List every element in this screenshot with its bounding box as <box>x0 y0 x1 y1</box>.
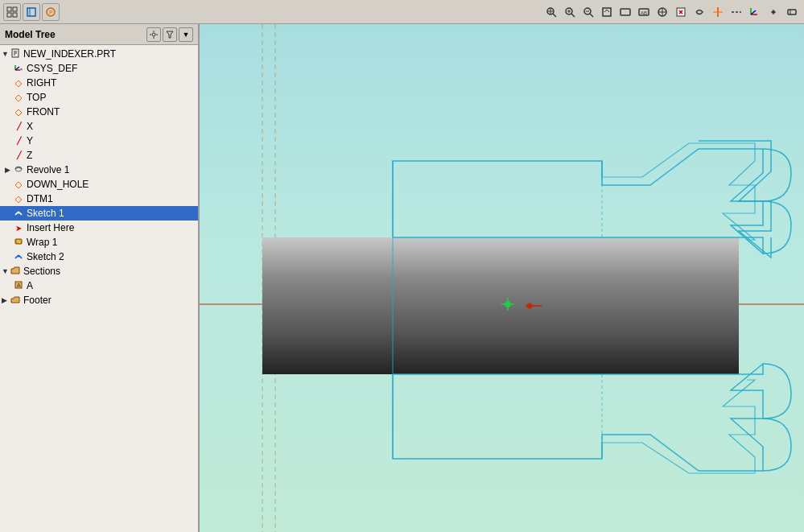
tree-item-wrap1[interactable]: W Wrap 1 <box>0 235 198 250</box>
tree-item-sections[interactable]: ▼ Sections <box>0 264 198 278</box>
tree-label-footer: Footer <box>23 295 52 306</box>
datum-display-button[interactable] <box>709 3 727 21</box>
tree-label-front: FRONT <box>27 106 60 118</box>
svg-point-56 <box>18 255 20 258</box>
tree-arrow: ▼ <box>2 50 10 58</box>
svg-rect-4 <box>27 8 35 16</box>
zoom-out-button[interactable] <box>579 3 597 21</box>
right-toolbar: AB <box>539 0 804 24</box>
tree-label-wrap1: Wrap 1 <box>27 237 57 248</box>
tags-button[interactable] <box>783 3 801 21</box>
axis-y-icon: ╱ <box>13 137 24 145</box>
tree-label-inserthere: Insert Here <box>27 222 74 233</box>
wrap-icon: W <box>13 237 24 248</box>
svg-text:AB: AB <box>641 10 647 15</box>
svg-text:W: W <box>17 239 21 244</box>
tree-item-csys[interactable]: × CSYS_DEF <box>0 61 198 76</box>
grid-button[interactable] <box>3 3 21 21</box>
tree-label-csys: CSYS_DEF <box>27 63 77 74</box>
tree-item-inserthere[interactable]: ➤ Insert Here <box>0 221 198 235</box>
tree-settings-button[interactable] <box>146 27 161 42</box>
datum-icon <box>13 179 24 190</box>
tree-item-sketch2[interactable]: Sketch 2 <box>0 250 198 264</box>
svg-text:A: A <box>17 282 21 288</box>
svg-rect-1 <box>13 7 17 11</box>
sketch-toolbar-button[interactable] <box>23 3 40 21</box>
svg-line-17 <box>590 14 593 17</box>
tree-item-x[interactable]: ╱ X <box>0 119 198 134</box>
datum-plane-icon <box>13 77 24 89</box>
datum-plane-icon <box>13 92 24 103</box>
tree-item-dtm1[interactable]: DTM1 <box>0 192 198 206</box>
model-tree-title: Model Tree <box>5 29 56 40</box>
svg-text:P: P <box>49 10 53 15</box>
tree-item-top[interactable]: TOP <box>0 90 198 105</box>
svg-rect-2 <box>7 13 11 17</box>
tree-expand-button[interactable]: ▼ <box>179 27 193 42</box>
tree-label-z: Z <box>27 150 32 161</box>
refit-button[interactable] <box>654 3 671 21</box>
axis-x-icon: ╱ <box>13 122 24 130</box>
datum-plane-icon <box>13 106 24 118</box>
svg-text:×: × <box>20 67 23 72</box>
axis-z-icon: ╱ <box>13 151 24 159</box>
tree-arrow: ▶ <box>2 296 10 304</box>
revolve-icon <box>13 164 24 175</box>
tree-item-front[interactable]: FRONT <box>0 105 198 119</box>
tree-label-revolve: Revolve 1 <box>27 164 69 175</box>
tree-item-right[interactable]: RIGHT <box>0 76 198 90</box>
insert-here-icon: ➤ <box>13 224 24 233</box>
tree-content: ▼ NEW_INDEXER.PRT × CSYS_DEF <box>0 45 198 532</box>
top-toolbar: P AB <box>0 0 804 24</box>
cad-viewport-svg <box>200 24 804 532</box>
tree-arrow: ▶ <box>5 166 13 174</box>
point-display-button[interactable] <box>765 3 782 21</box>
sketch2-icon <box>13 251 24 262</box>
svg-point-38 <box>152 33 155 36</box>
tree-header-icons: ▼ <box>146 27 193 42</box>
footer-folder-icon <box>10 295 21 306</box>
tree-label-sketch2: Sketch 2 <box>27 251 64 262</box>
tree-item-downhole[interactable]: DOWN_HOLE <box>0 177 198 192</box>
tree-item-root[interactable]: ▼ NEW_INDEXER.PRT <box>0 47 198 61</box>
tree-label-sections: Sections <box>23 266 60 277</box>
model-tree-header: Model Tree ▼ <box>0 24 198 45</box>
csys-icon: × <box>13 63 24 74</box>
viewport[interactable] <box>200 24 804 532</box>
svg-rect-20 <box>621 9 630 15</box>
tree-item-z[interactable]: ╱ Z <box>0 148 198 163</box>
sketch-icon <box>13 208 24 219</box>
left-panel: Model Tree ▼ ▼ NEW_INDEXER.PRT <box>0 24 200 532</box>
tree-item-revolve[interactable]: ▶ Revolve 1 <box>0 163 198 177</box>
tree-label-sketch1: Sketch 1 <box>27 208 64 219</box>
named-view-button[interactable]: AB <box>635 3 653 21</box>
svg-rect-62 <box>262 237 739 374</box>
svg-line-9 <box>553 14 556 17</box>
tree-item-sketch1[interactable]: Sketch 1 <box>0 206 198 221</box>
tree-arrow: ▼ <box>2 267 10 275</box>
param-toolbar-button[interactable]: P <box>42 3 60 21</box>
svg-rect-0 <box>7 7 11 11</box>
view-button[interactable] <box>616 3 634 21</box>
zoom-area-button[interactable] <box>542 3 560 21</box>
spin-button[interactable] <box>691 3 708 21</box>
tree-label-right: RIGHT <box>27 77 56 89</box>
svg-rect-3 <box>13 13 17 17</box>
tree-filter-button[interactable] <box>163 27 177 42</box>
file-icon <box>10 48 21 60</box>
tree-label-downhole: DOWN_HOLE <box>27 179 89 190</box>
zoom-fit-button[interactable] <box>598 3 616 21</box>
datum-icon <box>13 193 24 204</box>
repaint-button[interactable] <box>672 3 690 21</box>
axis-display-button[interactable] <box>728 3 745 21</box>
tree-item-y[interactable]: ╱ Y <box>0 134 198 148</box>
section-a-icon: A <box>13 280 24 291</box>
tree-item-section-a[interactable]: A A <box>0 278 198 293</box>
tree-label-top: TOP <box>27 92 46 103</box>
zoom-in-button[interactable] <box>561 3 579 21</box>
coord-display-button[interactable] <box>746 3 764 21</box>
sections-folder-icon <box>10 266 21 277</box>
tree-label-dtm1: DTM1 <box>27 193 53 204</box>
tree-label-y: Y <box>27 135 33 146</box>
tree-item-footer[interactable]: ▶ Footer <box>0 293 198 307</box>
